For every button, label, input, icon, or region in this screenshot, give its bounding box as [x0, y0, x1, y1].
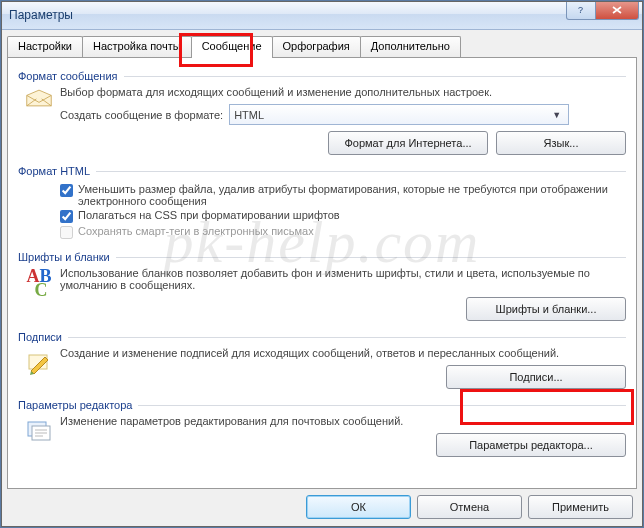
close-button[interactable] — [595, 1, 639, 20]
group-title: Подписи — [18, 331, 62, 343]
tab-advanced[interactable]: Дополнительно — [360, 36, 461, 58]
tab-message[interactable]: Сообщение — [191, 36, 273, 58]
abc-icon: ABC — [18, 267, 60, 321]
group-title: Параметры редактора — [18, 399, 132, 411]
svg-text:?: ? — [578, 5, 583, 15]
chevron-down-icon: ▼ — [549, 110, 564, 120]
tab-content: pk-help.com Формат сообщения Выбор фо — [7, 57, 637, 489]
checkbox-css-fonts[interactable]: Полагаться на CSS при форматировании шри… — [60, 209, 626, 223]
sig-desc: Создание и изменение подписей для исходя… — [60, 347, 626, 359]
checkbox-input[interactable] — [60, 184, 73, 197]
group-title: Шрифты и бланки — [18, 251, 110, 263]
language-button[interactable]: Язык... — [496, 131, 626, 155]
tab-spelling[interactable]: Орфография — [272, 36, 361, 58]
dialog-window: Параметры ? Настройки Настройка почты Со… — [0, 0, 644, 528]
ok-button[interactable]: ОК — [306, 495, 411, 519]
dialog-footer: ОК Отмена Применить — [306, 495, 633, 519]
fonts-button[interactable]: Шрифты и бланки... — [466, 297, 626, 321]
checkbox-smart-tags: Сохранять смарт-теги в электронных письм… — [60, 225, 626, 239]
format-row-label: Создать сообщение в формате: — [60, 109, 223, 121]
format-dropdown[interactable]: HTML ▼ — [229, 104, 569, 125]
format-desc: Выбор формата для исходящих сообщений и … — [60, 86, 626, 98]
editor-icon — [18, 415, 60, 457]
cancel-button[interactable]: Отмена — [417, 495, 522, 519]
signature-icon — [18, 347, 60, 389]
checkbox-reduce-size[interactable]: Уменьшить размер файла, удалив атрибуты … — [60, 183, 626, 207]
group-editor: Параметры редактора Изменение параметров… — [18, 399, 626, 457]
editor-desc: Изменение параметров редактирования для … — [60, 415, 626, 427]
fonts-desc: Использование бланков позволяет добавить… — [60, 267, 626, 291]
group-title: Формат сообщения — [18, 70, 118, 82]
tab-settings[interactable]: Настройки — [7, 36, 83, 58]
editor-options-button[interactable]: Параметры редактора... — [436, 433, 626, 457]
client-area: Настройки Настройка почты Сообщение Орфо… — [7, 35, 637, 489]
checkbox-input[interactable] — [60, 210, 73, 223]
group-title: Формат HTML — [18, 165, 90, 177]
titlebar: Параметры ? — [1, 1, 643, 30]
group-signatures: Подписи Создание и изменение подписей дл… — [18, 331, 626, 389]
group-message-format: Формат сообщения Выбор формата для исход… — [18, 70, 626, 155]
help-button[interactable]: ? — [566, 1, 596, 20]
internet-format-button[interactable]: Формат для Интернета... — [328, 131, 488, 155]
group-html-format: Формат HTML Уменьшить размер файла, удал… — [18, 165, 626, 241]
window-title: Параметры — [9, 8, 73, 22]
signatures-button[interactable]: Подписи... — [446, 365, 626, 389]
apply-button[interactable]: Применить — [528, 495, 633, 519]
dropdown-value: HTML — [234, 109, 264, 121]
envelope-icon — [18, 86, 60, 155]
group-fonts: Шрифты и бланки ABC Использование бланко… — [18, 251, 626, 321]
tabstrip: Настройки Настройка почты Сообщение Орфо… — [7, 35, 637, 57]
tab-mail-setup[interactable]: Настройка почты — [82, 36, 192, 58]
checkbox-input — [60, 226, 73, 239]
window-buttons: ? — [567, 1, 639, 20]
